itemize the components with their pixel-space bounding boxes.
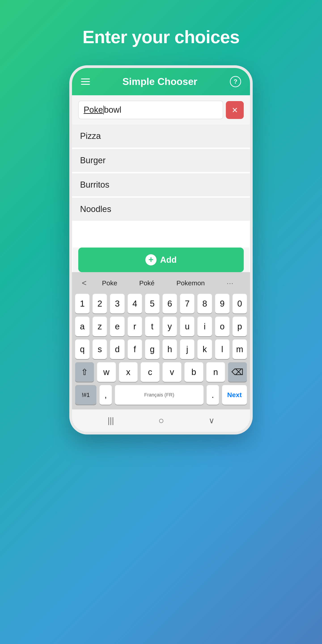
key-j[interactable]: j [180, 340, 194, 359]
key-a[interactable]: a [75, 317, 90, 336]
key-v[interactable]: v [162, 362, 181, 382]
special-chars-key[interactable]: !#1 [75, 385, 96, 405]
shift-key[interactable]: ⇧ [75, 362, 94, 382]
keyboard: < Poke Poké Pokemon ··· 1 2 3 4 5 6 7 8 … [72, 272, 250, 410]
key-3[interactable]: 3 [110, 294, 124, 314]
key-t[interactable]: t [145, 317, 160, 336]
key-d[interactable]: d [110, 340, 124, 359]
list-item[interactable]: Burger [72, 149, 250, 173]
key-g[interactable]: g [145, 340, 160, 359]
key-w[interactable]: w [97, 362, 116, 382]
row-qsdfghjklm: q s d f g h j k l m [72, 338, 250, 361]
list-item[interactable]: Pizza [72, 124, 250, 149]
list-item[interactable]: Noodles [72, 198, 250, 221]
plus-circle-icon: + [145, 254, 156, 266]
key-4[interactable]: 4 [128, 294, 142, 314]
help-button[interactable]: ? [230, 76, 241, 87]
key-m[interactable]: m [232, 340, 247, 359]
app-title: Simple Chooser [122, 76, 198, 87]
input-text-poke: Poke [84, 105, 103, 115]
row-special: !#1 , Français (FR) . Next [72, 384, 250, 406]
autocomplete-word-1[interactable]: Poke [98, 278, 122, 289]
key-l[interactable]: l [215, 340, 230, 359]
key-8[interactable]: 8 [198, 294, 212, 314]
nav-recents-icon[interactable]: ||| [108, 416, 114, 425]
autocomplete-back[interactable]: < [77, 278, 91, 288]
list-item[interactable]: Burritos [72, 173, 250, 198]
autocomplete-more[interactable]: ··· [222, 278, 238, 289]
space-key[interactable]: Français (FR) [115, 385, 204, 405]
key-s[interactable]: s [92, 340, 107, 359]
autocomplete-word-3[interactable]: Pokemon [172, 278, 209, 289]
row-azerty: a z e r t y u i o p [72, 315, 250, 338]
key-5[interactable]: 5 [145, 294, 160, 314]
clear-button[interactable]: × [226, 101, 244, 119]
input-row: Pokebowl × [72, 95, 250, 124]
key-x[interactable]: x [119, 362, 138, 382]
key-f[interactable]: f [128, 340, 142, 359]
key-q[interactable]: q [75, 340, 90, 359]
period-key[interactable]: . [206, 385, 219, 405]
key-0[interactable]: 0 [232, 294, 247, 314]
key-b[interactable]: b [184, 362, 203, 382]
content-gap [72, 221, 250, 248]
key-i[interactable]: i [198, 317, 212, 336]
add-button-label: Add [160, 255, 177, 265]
key-9[interactable]: 9 [215, 294, 230, 314]
autocomplete-bar: < Poke Poké Pokemon ··· [72, 275, 250, 292]
key-h[interactable]: h [162, 340, 177, 359]
autocomplete-word-2[interactable]: Poké [135, 278, 159, 289]
next-key[interactable]: Next [222, 385, 247, 405]
key-7[interactable]: 7 [180, 294, 194, 314]
autocomplete-suggestions: Poke Poké Pokemon ··· [91, 278, 245, 289]
key-e[interactable]: e [110, 317, 124, 336]
key-c[interactable]: c [141, 362, 160, 382]
input-display: Pokebowl [84, 105, 218, 115]
backspace-key[interactable]: ⌫ [228, 362, 247, 382]
clear-icon: × [232, 105, 238, 115]
key-u[interactable]: u [180, 317, 194, 336]
menu-button[interactable] [81, 78, 90, 85]
list-container: Pizza Burger Burritos Noodles [72, 124, 250, 221]
number-row: 1 2 3 4 5 6 7 8 9 0 [72, 292, 250, 315]
cursor [103, 106, 104, 114]
input-text-bowl: bowl [104, 105, 122, 115]
key-n[interactable]: n [206, 362, 225, 382]
key-o[interactable]: o [215, 317, 230, 336]
page-title: Enter your choices [82, 27, 240, 48]
key-r[interactable]: r [128, 317, 142, 336]
key-y[interactable]: y [162, 317, 177, 336]
plus-icon: + [148, 255, 154, 264]
nav-home-icon[interactable]: ○ [158, 415, 164, 426]
phone-mockup: Simple Chooser ? Pokebowl × Pizza Burger… [69, 65, 253, 434]
nav-back-icon[interactable]: ∨ [209, 416, 214, 425]
key-2[interactable]: 2 [92, 294, 107, 314]
row-shift-wxcvbn-backspace: ⇧ w x c v b n ⌫ [72, 361, 250, 384]
add-button[interactable]: + Add [78, 248, 244, 272]
key-6[interactable]: 6 [162, 294, 177, 314]
key-1[interactable]: 1 [75, 294, 90, 314]
key-k[interactable]: k [198, 340, 212, 359]
comma-key[interactable]: , [100, 385, 112, 405]
phone-bottom-nav: ||| ○ ∨ [72, 410, 250, 432]
app-header: Simple Chooser ? [72, 68, 250, 95]
key-z[interactable]: z [92, 317, 107, 336]
choice-input[interactable]: Pokebowl [78, 100, 223, 119]
key-p[interactable]: p [232, 317, 247, 336]
